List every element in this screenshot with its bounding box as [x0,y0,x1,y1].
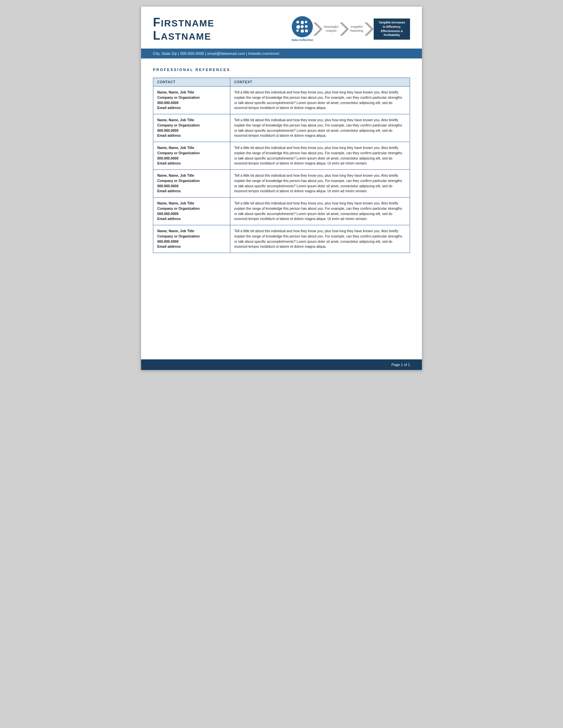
contact-cell: Name, Name, Job Title Company or Organiz… [153,142,230,170]
contact-phone: 000.000.0000 [157,211,226,217]
data-collection-icon [292,16,313,37]
contact-phone: 000.000.0000 [157,100,226,106]
main-section: Professional References Contact Context … [141,58,422,260]
header: FIRSTNAME LASTNAME [141,7,422,49]
svg-marker-1 [340,22,349,36]
contact-email: Email address [157,216,226,222]
contact-name: Name, Name, Job Title [157,118,226,123]
insightful-reporting-label: InsightfulReporting [349,25,364,33]
pipeline-step-1: Data Collection [291,16,313,42]
name-block: FIRSTNAME LASTNAME [153,16,214,42]
pipeline-step-2: MeaningfulAnalysis [322,25,340,33]
contact-cell: Name, Name, Job Title Company or Organiz… [153,87,230,114]
page: FIRSTNAME LASTNAME [141,7,422,370]
table-row: Name, Name, Job Title Company or Organiz… [153,170,410,198]
contact-phone: 000.000.0000 [157,128,226,133]
arrow-2-icon [340,21,349,37]
contact-name: Name, Name, Job Title [157,90,226,95]
arrow-3-icon [364,21,374,37]
context-cell: Tell a little bit about this individual … [230,198,410,225]
svg-marker-2 [364,22,374,36]
table-row: Name, Name, Job Title Company or Organiz… [153,114,410,142]
contact-info: City, State Zip | 000-000-0000 | email@f… [153,52,279,55]
svg-marker-0 [313,22,322,36]
col-context-header: Context [230,78,410,87]
section-title: Professional References [153,68,410,72]
contact-cell: Name, Name, Job Title Company or Organiz… [153,170,230,198]
contact-cell: Name, Name, Job Title Company or Organiz… [153,198,230,225]
last-name: LASTNAME [153,29,214,42]
contact-company: Company or Organization [157,151,226,156]
context-cell: Tell a little bit about this individual … [230,225,410,253]
context-cell: Tell a little bit about this individual … [230,114,410,142]
context-cell: Tell a little bit about this individual … [230,170,410,198]
arrow-1-icon [313,21,322,37]
contact-bar: City, State Zip | 000-000-0000 | email@f… [141,49,422,58]
contact-company: Company or Organization [157,206,226,211]
contact-name: Name, Name, Job Title [157,145,226,151]
context-cell: Tell a little bit about this individual … [230,142,410,170]
first-name: FIRSTNAME [153,16,214,29]
table-row: Name, Name, Job Title Company or Organiz… [153,225,410,253]
contact-phone: 000.000.0000 [157,156,226,161]
contact-phone: 000.000.0000 [157,184,226,189]
contact-name: Name, Name, Job Title [157,201,226,206]
contact-email: Email address [157,105,226,111]
page-number: Page 1 of 1 [392,363,410,367]
contact-company: Company or Organization [157,95,226,100]
contact-email: Email address [157,161,226,166]
table-row: Name, Name, Job Title Company or Organiz… [153,87,410,114]
contact-phone: 000.000.0000 [157,239,226,244]
contact-company: Company or Organization [157,178,226,184]
pipeline-step-3: InsightfulReporting [349,25,364,33]
pipeline-step-4: Tangible Increases in Efficiency, Effect… [374,18,410,40]
contact-company: Company or Organization [157,234,226,239]
references-table: Contact Context Name, Name, Job Title Co… [153,78,410,253]
contact-name: Name, Name, Job Title [157,173,226,178]
final-step-label: Tangible Increases in Efficiency, Effect… [374,18,410,40]
context-cell: Tell a little bit about this individual … [230,87,410,114]
contact-cell: Name, Name, Job Title Company or Organiz… [153,114,230,142]
table-row: Name, Name, Job Title Company or Organiz… [153,198,410,225]
pipeline-graphic: Data Collection MeaningfulAnalysis Ins [224,16,410,42]
contact-cell: Name, Name, Job Title Company or Organiz… [153,225,230,253]
contact-email: Email address [157,189,226,194]
contact-email: Email address [157,244,226,249]
table-header-row: Contact Context [153,78,410,87]
page-footer: Page 1 of 1 [141,359,422,370]
contact-name: Name, Name, Job Title [157,229,226,234]
table-row: Name, Name, Job Title Company or Organiz… [153,142,410,170]
contact-email: Email address [157,133,226,138]
meaningful-analysis-label: MeaningfulAnalysis [322,25,340,33]
contact-company: Company or Organization [157,123,226,128]
data-collection-label: Data Collection [291,38,313,42]
col-contact-header: Contact [153,78,230,87]
